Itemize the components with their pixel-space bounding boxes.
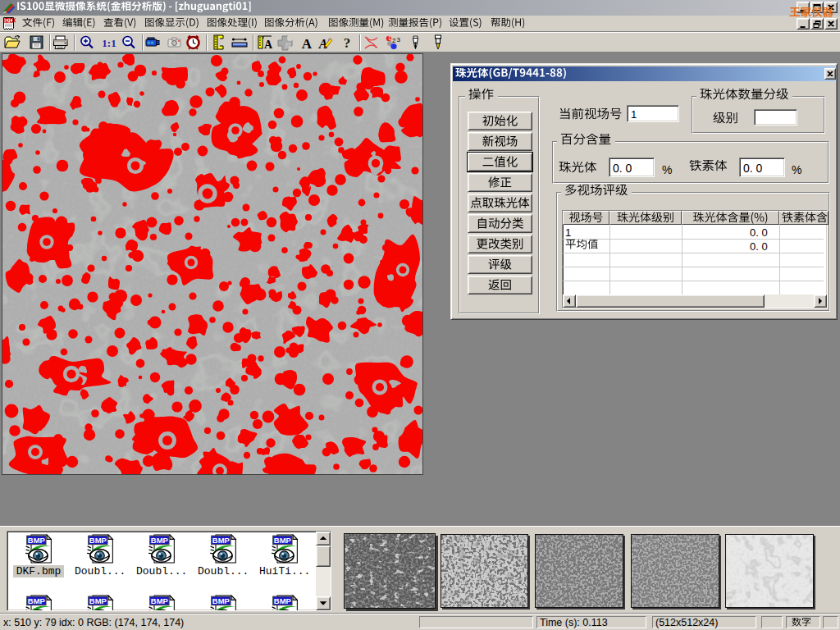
svg-text:1:1: 1:1 bbox=[102, 37, 116, 49]
svg-text:1: 1 bbox=[388, 35, 391, 41]
svg-text:A: A bbox=[302, 36, 313, 52]
svg-text:2: 2 bbox=[392, 37, 396, 44]
svg-text:A: A bbox=[264, 39, 273, 51]
svg-text:?: ? bbox=[344, 35, 351, 51]
svg-text:3: 3 bbox=[397, 36, 401, 43]
